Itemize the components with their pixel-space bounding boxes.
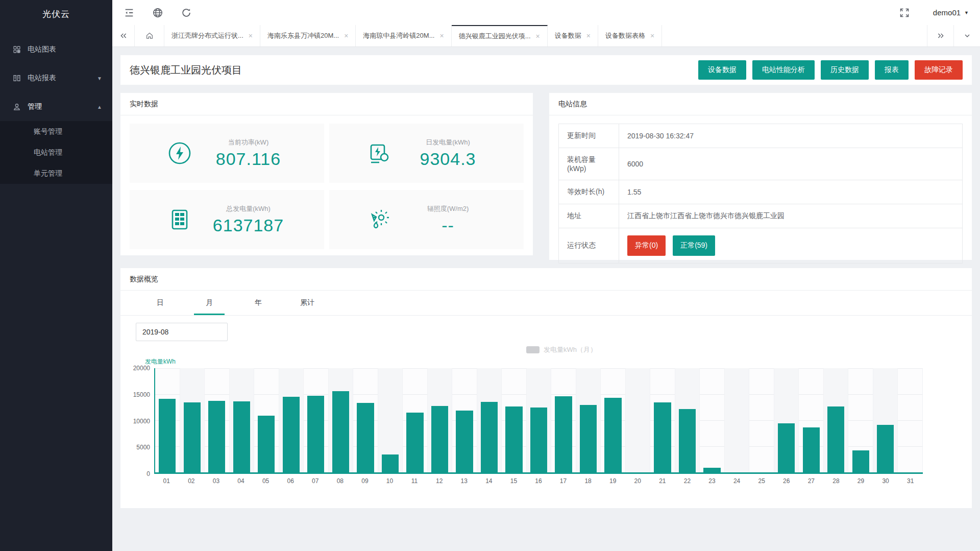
bar-19[interactable]: [604, 398, 621, 472]
bar-05[interactable]: [258, 416, 275, 472]
sidebar-item-label: 电站图表: [28, 45, 56, 54]
bar-14[interactable]: [481, 402, 498, 472]
bar-12[interactable]: [431, 406, 448, 472]
bar-11[interactable]: [406, 413, 423, 472]
x-tick-label: 26: [774, 477, 799, 485]
sidebar-subitem[interactable]: 账号管理: [0, 121, 112, 142]
info-row-label: 等效时长(h): [559, 180, 619, 204]
tabs-scroll-right-button[interactable]: [927, 25, 953, 46]
month-picker-input[interactable]: [136, 323, 228, 341]
nav-tab-label: 设备数据: [555, 31, 581, 40]
x-tick-label: 09: [353, 477, 378, 485]
nav-tab-label: 海南琼中县湾岭镇20M...: [363, 31, 434, 40]
run-status-buttons: 异常(0)正常(59): [627, 235, 715, 256]
user-menu[interactable]: demo01 ▼: [933, 8, 969, 17]
bar-18[interactable]: [580, 405, 597, 472]
page-actions: 设备数据电站性能分析历史数据报表故障记录: [698, 60, 963, 80]
x-axis: 0102030405060708091011121314151617181920…: [130, 474, 923, 485]
bar-16[interactable]: [530, 408, 547, 473]
tabs-menu-button[interactable]: [953, 25, 980, 46]
period-tab-日[interactable]: 日: [136, 291, 185, 315]
realtime-card: 日发电量(kWh)9304.3: [329, 124, 524, 183]
bar-26[interactable]: [778, 423, 795, 472]
period-tab-月[interactable]: 月: [185, 291, 234, 315]
close-icon[interactable]: ×: [439, 32, 444, 40]
sidebar-subitem[interactable]: 电站管理: [0, 142, 112, 163]
chevron-down-icon: [963, 32, 971, 40]
data-overview-panel: 数据概览 日月年累计 发电量kWh（月） 发电量kWh 050001000015…: [120, 268, 972, 508]
status-badge-异常(0)[interactable]: 异常(0): [627, 235, 666, 256]
legend-item-generation[interactable]: 发电量kWh（月）: [526, 345, 597, 354]
bar-27[interactable]: [803, 427, 820, 472]
station-info-title: 电站信息: [549, 93, 972, 115]
bar-slot-14: [477, 368, 502, 472]
bar-30[interactable]: [877, 425, 894, 472]
bar-04[interactable]: [233, 401, 250, 472]
bar-09[interactable]: [357, 403, 374, 472]
language-globe-icon[interactable]: [152, 7, 163, 18]
nav-tab[interactable]: 海南琼中县湾岭镇20M...×: [356, 25, 451, 46]
sidebar-subitem[interactable]: 单元管理: [0, 163, 112, 184]
x-tick-label: 31: [898, 477, 923, 485]
tabs-scroll-left-button[interactable]: [112, 25, 135, 46]
x-tick-label: 19: [600, 477, 625, 485]
card-text: 辐照度(W/m2)--: [393, 204, 524, 235]
action-button-报表[interactable]: 报表: [875, 60, 909, 80]
nav-tab[interactable]: 海南乐东县万冲镇20M...×: [260, 25, 356, 46]
bar-02[interactable]: [184, 402, 201, 472]
bar-slot-01: [155, 368, 180, 472]
close-icon[interactable]: ×: [249, 32, 253, 40]
action-button-电站性能分析[interactable]: 电站性能分析: [752, 60, 815, 80]
collapse-sidebar-icon[interactable]: [124, 7, 135, 18]
card-value: 6137187: [193, 215, 304, 235]
period-tabs: 日月年累计: [120, 291, 972, 316]
bar-17[interactable]: [555, 396, 572, 472]
status-badge-正常(59)[interactable]: 正常(59): [673, 235, 715, 256]
bar-21[interactable]: [654, 402, 671, 472]
nav-tab[interactable]: 浙江壳牌分布式运行状...×: [164, 25, 260, 46]
bar-slot-29: [848, 368, 873, 472]
close-icon[interactable]: ×: [344, 32, 348, 40]
close-icon[interactable]: ×: [586, 32, 591, 40]
bar-28[interactable]: [827, 406, 844, 472]
bar-01[interactable]: [159, 399, 176, 472]
bar-03[interactable]: [208, 401, 225, 472]
x-tick-label: 13: [452, 477, 477, 485]
fullscreen-icon[interactable]: [899, 8, 910, 18]
bar-10[interactable]: [382, 454, 399, 472]
bar-07[interactable]: [307, 396, 324, 472]
home-icon: [145, 32, 154, 40]
nav-tab[interactable]: 德兴银鹿工业园光伏项...×: [452, 25, 548, 46]
period-tab-年[interactable]: 年: [234, 291, 283, 315]
sidebar-item-2[interactable]: 电站报表▼: [0, 64, 112, 92]
double-chevron-left-icon: [119, 32, 128, 40]
sidebar-item-1[interactable]: 电站图表: [0, 35, 112, 64]
chevron-down-icon: ▼: [97, 76, 102, 81]
action-button-故障记录[interactable]: 故障记录: [915, 60, 963, 80]
bar-slot-12: [428, 368, 453, 472]
bar-slot-16: [527, 368, 552, 472]
bar-08[interactable]: [332, 391, 349, 472]
home-tab-button[interactable]: [135, 25, 164, 46]
refresh-icon[interactable]: [181, 7, 192, 18]
bar-06[interactable]: [283, 397, 300, 472]
nav-tab[interactable]: 设备数据表格×: [598, 25, 662, 46]
close-icon[interactable]: ×: [650, 32, 654, 40]
action-button-历史数据[interactable]: 历史数据: [821, 60, 869, 80]
action-button-设备数据[interactable]: 设备数据: [698, 60, 746, 80]
bar-23[interactable]: [703, 468, 720, 472]
bar-15[interactable]: [505, 406, 522, 472]
bar-slots: [155, 368, 923, 472]
bar-29[interactable]: [852, 450, 869, 472]
y-tick-label: 10000: [133, 418, 150, 425]
x-axis-labels: 0102030405060708091011121314151617181920…: [154, 477, 923, 485]
nav-tab[interactable]: 设备数据×: [548, 25, 598, 46]
legend-label: 发电量kWh（月）: [544, 345, 597, 354]
close-icon[interactable]: ×: [536, 32, 540, 40]
bar-13[interactable]: [456, 411, 473, 472]
bar-slot-21: [650, 368, 675, 472]
sidebar-item-3[interactable]: 管理▲: [0, 92, 112, 121]
period-tab-累计[interactable]: 累计: [283, 291, 332, 315]
x-tick-label: 03: [204, 477, 229, 485]
bar-22[interactable]: [679, 409, 696, 472]
